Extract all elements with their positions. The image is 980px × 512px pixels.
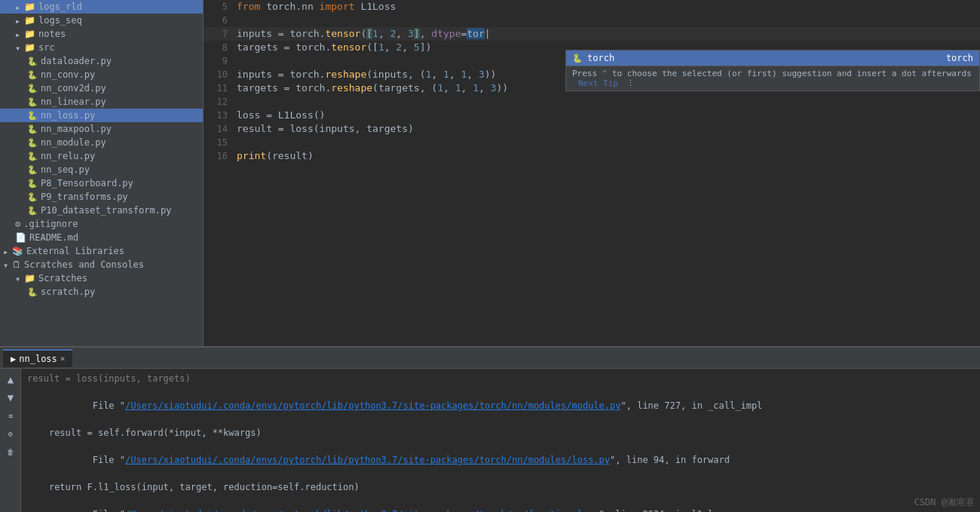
console-line-2: File "/Users/xiaotudui/.conda/envs/pytor… — [27, 385, 974, 426]
py-icon-p8: 🐍 — [27, 179, 38, 189]
expand-arrow-logs-rld — [15, 2, 24, 11]
bottom-tab-nn-loss[interactable]: ▶ nn_loss ✕ — [3, 349, 72, 367]
sidebar-item-scratches-consoles[interactable]: 🗒 Scratches and Consoles — [0, 258, 203, 271]
wrap-lines-button[interactable]: ≡ — [3, 408, 18, 423]
line-num-15: 15 — [204, 136, 234, 149]
sidebar-item-p9[interactable]: 🐍 P9_transforms.py — [0, 190, 203, 204]
py-icon-scratch: 🐍 — [27, 287, 38, 297]
console-file-prefix-3: File " — [81, 509, 125, 512]
clear-button[interactable]: 🗑 — [3, 444, 18, 459]
scroll-down-button[interactable]: ▼ — [3, 390, 18, 405]
autocomplete-header: 🐍 torch torch — [566, 51, 979, 66]
line-content-5: from torch.nn import L1Loss — [234, 0, 980, 14]
console-line-info-3: ", line 2634, in l1_loss — [599, 509, 730, 512]
line-content-6 — [234, 14, 980, 27]
py-icon-p9: 🐍 — [27, 192, 38, 202]
folder-icon: 📁 — [24, 2, 35, 12]
console-line-1: result = loss(inputs, targets) — [27, 372, 974, 385]
py-icon-nn-seq: 🐍 — [27, 165, 38, 175]
line-num-8: 8 — [204, 41, 234, 54]
editor-area: 5 from torch.nn import L1Loss 6 7 inputs… — [204, 0, 980, 346]
console-link-2[interactable]: /Users/xiaotudui/.conda/envs/pytorch/lib… — [125, 455, 610, 465]
console-line-3: result = self.forward(*input, **kwargs) — [27, 426, 974, 440]
line-num-10: 10 — [204, 68, 234, 81]
folder-icon-notes: 📁 — [24, 29, 35, 39]
code-editor[interactable]: 5 from torch.nn import L1Loss 6 7 inputs… — [204, 0, 980, 346]
console-file-prefix-2: File " — [81, 455, 125, 465]
sidebar-label-scratch-py: scratch.py — [41, 287, 95, 297]
sidebar-label-notes: notes — [38, 29, 66, 39]
sidebar-item-external-libs[interactable]: 📚 External Libraries — [0, 244, 203, 258]
console-link-1[interactable]: /Users/xiaotudui/.conda/envs/pytorch/lib… — [125, 400, 620, 411]
sidebar-item-nn-module[interactable]: 🐍 nn_module.py — [0, 136, 203, 149]
py-icon-nn-module: 🐍 — [27, 138, 38, 148]
line-num-5: 5 — [204, 0, 234, 14]
sidebar-label-nn-maxpool: nn_maxpool.py — [41, 124, 112, 134]
sidebar-label-readme: README.md — [29, 232, 78, 243]
sidebar-item-nn-seq[interactable]: 🐍 nn_seq.py — [0, 163, 203, 176]
line-num-6: 6 — [204, 14, 234, 27]
code-line-15: 15 — [204, 136, 980, 149]
more-options-icon[interactable]: ⋮ — [626, 78, 635, 88]
settings-button[interactable]: ⚙ — [3, 426, 18, 441]
bottom-toolbar: ▲ ▼ ≡ ⚙ 🗑 — [0, 369, 21, 512]
sidebar-item-src[interactable]: 📁 src — [0, 41, 203, 54]
sidebar-item-readme[interactable]: 📄 README.md — [0, 231, 203, 244]
sidebar-label-nn-seq: nn_seq.py — [41, 164, 90, 175]
close-tab-button[interactable]: ✕ — [60, 354, 66, 363]
console-link-3[interactable]: /Users/xiaotudui/.conda/envs/pytorch/lib… — [125, 509, 599, 512]
code-line-16: 16 print(result) — [204, 149, 980, 163]
git-icon: ⚙ — [15, 219, 20, 229]
code-line-14: 14 result = loss(inputs, targets) — [204, 122, 980, 136]
scroll-up-button[interactable]: ▲ — [3, 372, 18, 387]
sidebar-item-nn-relu[interactable]: 🐍 nn_relu.py — [0, 149, 203, 163]
sidebar-label-nn-conv2d: nn_conv2d.py — [41, 83, 106, 94]
line-num-12: 12 — [204, 95, 234, 109]
line-content-16: print(result) — [234, 149, 980, 163]
sidebar-item-notes[interactable]: 📁 notes — [0, 27, 203, 41]
code-line-7: 7 inputs = torch.tensor([1, 2, 3], dtype… — [204, 27, 980, 41]
line-num-11: 11 — [204, 81, 234, 95]
ext-lib-icon: 📚 — [12, 246, 23, 256]
sidebar-item-scratch-py[interactable]: 🐍 scratch.py — [0, 285, 203, 299]
py-icon-dataloader: 🐍 — [27, 57, 38, 66]
sidebar-item-logs-seq[interactable]: 📁 logs_seq — [0, 14, 203, 27]
console-output: result = loss(inputs, targets) File "/Us… — [27, 372, 974, 509]
line-num-16: 16 — [204, 149, 234, 163]
expand-arrow-ext-libs — [3, 247, 12, 256]
console-line-5: return F.l1_loss(input, target, reductio… — [27, 480, 974, 494]
sidebar-label-p9: P9_transforms.py — [41, 192, 128, 202]
md-icon: 📄 — [15, 232, 26, 243]
hint-prefix: Press — [572, 69, 602, 78]
sidebar-item-nn-loss[interactable]: 🐍 nn_loss.py — [0, 109, 203, 122]
sidebar-label-nn-linear: nn_linear.py — [41, 97, 106, 107]
sidebar-item-nn-maxpool[interactable]: 🐍 nn_maxpool.py — [0, 122, 203, 136]
sidebar-item-logs-rld[interactable]: 📁 logs_rld — [0, 0, 203, 14]
main-area: 📁 logs_rld 📁 logs_seq 📁 notes 📁 src 🐍 — [0, 0, 980, 346]
sidebar-label-logs-seq: logs_seq — [38, 15, 82, 26]
sidebar-label-nn-conv: nn_conv.py — [41, 69, 95, 80]
sidebar-item-dataloader[interactable]: 🐍 dataloader.py — [0, 54, 203, 68]
sidebar-item-gitignore[interactable]: ⚙ .gitignore — [0, 217, 203, 231]
sidebar-label-dataloader: dataloader.py — [41, 56, 112, 66]
next-tip-link[interactable]: Next Tip — [578, 78, 618, 88]
expand-arrow-logs-seq — [15, 16, 24, 25]
sidebar-item-nn-linear[interactable]: 🐍 nn_linear.py — [0, 95, 203, 109]
code-line-13: 13 loss = L1Loss() — [204, 109, 980, 122]
sidebar-item-nn-conv2d[interactable]: 🐍 nn_conv2d.py — [0, 81, 203, 95]
sidebar: 📁 logs_rld 📁 logs_seq 📁 notes 📁 src 🐍 — [0, 0, 204, 346]
bottom-tab-label: nn_loss — [19, 354, 57, 364]
sidebar-item-p10[interactable]: 🐍 P10_dataset_transform.py — [0, 204, 203, 217]
run-icon: ▶ — [11, 354, 16, 364]
sidebar-item-scratches-folder[interactable]: 📁 Scratches — [0, 271, 203, 285]
line-num-9: 9 — [204, 54, 234, 68]
sidebar-item-p8[interactable]: 🐍 P8_Tensorboard.py — [0, 176, 203, 190]
line-content-7: inputs = torch.tensor([1, 2, 3], dtype=t… — [234, 27, 980, 41]
py-icon-nn-relu: 🐍 — [27, 152, 38, 161]
autocomplete-selected-item[interactable]: torch — [587, 53, 614, 63]
py-icon-nn-conv2d: 🐍 — [27, 84, 38, 94]
py-icon-nn-loss: 🐍 — [27, 111, 38, 121]
sidebar-item-nn-conv[interactable]: 🐍 nn_conv.py — [0, 68, 203, 81]
py-icon-nn-maxpool: 🐍 — [27, 124, 38, 134]
bottom-panel: ▶ nn_loss ✕ ▲ ▼ ≡ ⚙ 🗑 result = loss(inpu… — [0, 346, 980, 512]
